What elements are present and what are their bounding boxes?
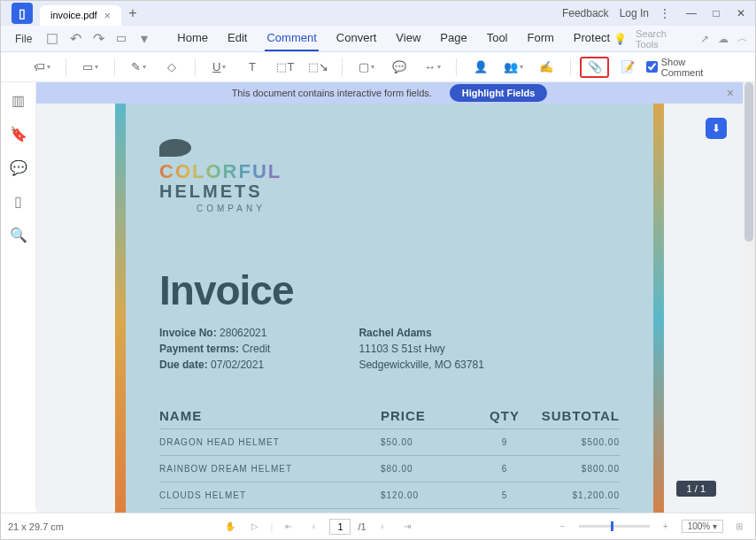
search-tools-input[interactable]: Search Tools <box>636 28 691 50</box>
login-link[interactable]: Log In <box>620 7 649 19</box>
tab-view[interactable]: View <box>394 26 422 51</box>
show-comment-toggle[interactable]: Show Comment <box>646 57 729 78</box>
form-banner: This document contains interactive form … <box>36 82 743 104</box>
close-tab-icon[interactable]: × <box>104 9 112 22</box>
invoice-meta-left: Invoice No: 28062021 Payment terms: Cred… <box>159 325 270 373</box>
scroll-thumb[interactable] <box>744 82 753 242</box>
tab-home[interactable]: Home <box>175 26 210 51</box>
prev-page-icon[interactable]: ‹ <box>305 519 322 535</box>
feedback-link[interactable]: Feedback <box>562 7 609 19</box>
document-viewport: This document contains interactive form … <box>36 82 743 513</box>
company-logo-icon <box>159 139 191 157</box>
invoice-meta-right: Rachel Adams 11103 S 51st Hwy Sedgewickv… <box>359 325 483 373</box>
comment-toolbar: 🏷▾ ▭▾ ✎▾ ◇ U▾ T ⬚T ⬚↘ ▢▾ 💬 ↔▾ 👤 👥▾ ✍ 📎 📝… <box>1 52 755 82</box>
first-page-icon[interactable]: ⇤ <box>280 519 297 535</box>
col-price: PRICE <box>381 408 469 423</box>
callout-tool[interactable]: ⬚↘ <box>304 57 333 78</box>
left-sidebar: ▥ 🔖 💬 ▯ 🔍 <box>1 82 36 507</box>
tab-tool[interactable]: Tool <box>485 26 510 51</box>
col-subtotal: SUBTOTAL <box>540 408 620 423</box>
next-page-icon[interactable]: › <box>374 519 391 535</box>
more-icon[interactable]: ⋮ <box>660 7 670 19</box>
col-name: NAME <box>159 408 381 423</box>
tab-edit[interactable]: Edit <box>226 26 249 51</box>
col-qty: QTY <box>469 408 540 423</box>
fit-page-icon[interactable]: ⊞ <box>730 519 748 535</box>
title-bar: ▯ invoice.pdf × + Feedback Log In ⋮ — □ … <box>1 1 755 26</box>
page-number-input[interactable] <box>329 519 351 535</box>
measure-tool[interactable]: ↔▾ <box>418 57 447 78</box>
text-tool[interactable]: T <box>237 57 266 78</box>
file-menu[interactable]: File <box>8 29 39 49</box>
select-tool-icon[interactable]: ▷ <box>246 519 264 535</box>
last-page-icon[interactable]: ⇥ <box>398 519 416 535</box>
zoom-in-icon[interactable]: + <box>657 519 675 535</box>
page-dimensions: 21 x 29.7 cm <box>8 521 64 532</box>
redo-icon[interactable]: ↷ <box>90 31 106 47</box>
underline-tool[interactable]: U▾ <box>204 57 234 78</box>
page-decoration-right <box>653 104 664 513</box>
collapse-ribbon-icon[interactable]: ︿ <box>737 31 748 46</box>
table-row: RAINBOW DREAM HELMET$80.006$800.00 <box>159 455 620 482</box>
eraser-tool[interactable]: ◇ <box>157 57 186 78</box>
vertical-scrollbar[interactable] <box>743 82 755 513</box>
stamp-tool[interactable]: 👤 <box>466 57 495 78</box>
status-bar: 21 x 29.7 cm ✋ ▷ | ⇤ ‹ /1 › ⇥ − + 100% ▾… <box>1 513 755 539</box>
company-label: COMPANY <box>197 204 620 213</box>
shape-tool[interactable]: ▢▾ <box>351 57 381 78</box>
svg-rect-1 <box>118 36 126 41</box>
ribbon-tabs: Home Edit Comment Convert View Page Tool… <box>175 26 612 51</box>
signature-tool[interactable]: ✍ <box>532 57 561 78</box>
thumbnails-icon[interactable]: ▥ <box>10 91 27 109</box>
tab-protect[interactable]: Protect <box>572 26 612 51</box>
page-indicator-badge: 1 / 1 <box>676 481 716 497</box>
tab-convert[interactable]: Convert <box>335 26 379 51</box>
attachments-icon[interactable]: ▯ <box>10 192 27 210</box>
cloud-icon[interactable]: ☁ <box>718 33 729 45</box>
attachment-tool[interactable]: 📎 <box>580 57 609 78</box>
show-comment-checkbox[interactable] <box>646 61 658 73</box>
note-tool[interactable]: 🏷▾ <box>27 57 57 78</box>
close-window-button[interactable]: ✕ <box>730 4 752 22</box>
company-logo-subtitle: HELMETS <box>159 181 620 202</box>
svg-rect-0 <box>48 34 58 43</box>
print-icon[interactable] <box>113 31 129 47</box>
qat-dropdown-icon[interactable]: ▾ <box>136 31 152 47</box>
save-icon[interactable] <box>44 31 60 47</box>
tab-form[interactable]: Form <box>526 26 556 51</box>
download-float-button[interactable]: ⬇ <box>706 118 727 139</box>
comment-tool[interactable]: 💬 <box>385 57 414 78</box>
highlight-tool[interactable]: ▭▾ <box>75 57 104 78</box>
total-pages: /1 <box>358 521 366 532</box>
hand-tool-icon[interactable]: ✋ <box>221 519 239 535</box>
comments-icon[interactable]: 💬 <box>10 158 27 176</box>
app-icon: ▯ <box>12 3 33 24</box>
share-icon[interactable]: ↗ <box>700 33 709 45</box>
tab-page[interactable]: Page <box>438 26 468 51</box>
document-tab[interactable]: invoice.pdf × <box>40 5 121 26</box>
banner-message: This document contains interactive form … <box>232 88 432 98</box>
highlight-fields-button[interactable]: Highlight Fields <box>450 84 548 102</box>
textbox-tool[interactable]: ⬚T <box>271 57 300 78</box>
comments-panel-tool[interactable]: 📝 <box>613 57 642 78</box>
table-row: DRAGON HEAD HELMET$50.009$500.00 <box>159 428 620 455</box>
minimize-button[interactable]: — <box>681 4 702 22</box>
stamps-dropdown[interactable]: 👥▾ <box>498 57 528 78</box>
invoice-title: Invoice <box>159 266 620 314</box>
zoom-slider[interactable] <box>579 525 650 528</box>
zoom-value[interactable]: 100% ▾ <box>682 520 723 533</box>
zoom-out-icon[interactable]: − <box>554 519 572 535</box>
banner-close-icon[interactable]: × <box>727 86 734 100</box>
menu-bar: File ↶ ↷ ▾ Home Edit Comment Convert Vie… <box>1 26 755 52</box>
pdf-page: COLORFUL HELMETS COMPANY Invoice Invoice… <box>115 104 664 513</box>
tab-comment[interactable]: Comment <box>265 26 318 51</box>
search-icon[interactable]: 🔍 <box>10 226 27 243</box>
tab-title: invoice.pdf <box>50 10 97 20</box>
add-tab-button[interactable]: + <box>128 5 136 21</box>
bookmarks-icon[interactable]: 🔖 <box>10 125 27 143</box>
undo-icon[interactable]: ↶ <box>67 31 83 47</box>
pencil-tool[interactable]: ✎▾ <box>124 57 153 78</box>
company-logo-text: COLORFUL <box>159 162 620 181</box>
maximize-button[interactable]: □ <box>706 4 727 22</box>
table-row: CLOUDS HELMET$120.005$1,200.00 <box>159 482 620 508</box>
